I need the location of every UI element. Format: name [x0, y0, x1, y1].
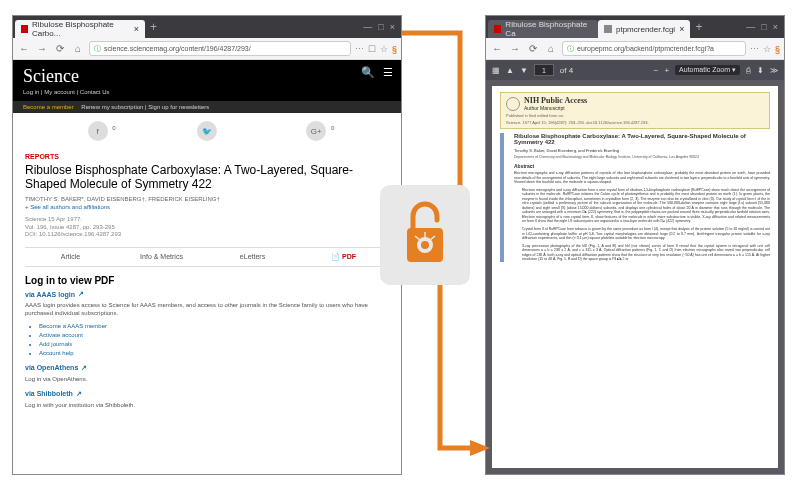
abstract-para-1: Electron micrographs and x-ray diffracti… [514, 171, 770, 185]
open-access-button-badge [380, 185, 470, 285]
close-window-icon[interactable]: × [390, 22, 395, 32]
search-icon[interactable]: 🔍 [361, 66, 375, 79]
bookmark-icon[interactable]: ☆ [763, 44, 771, 54]
close-icon[interactable]: × [134, 24, 139, 34]
link-add-journals[interactable]: Add journals [39, 340, 389, 349]
bookmark-icon[interactable]: ☆ [380, 44, 388, 54]
link-account-help[interactable]: Account help [39, 349, 389, 358]
url-text: europepmc.org/backend/ptpmcrender.fcgi?a [577, 45, 714, 52]
open-lock-icon [395, 198, 455, 273]
nih-meta2: Science. 1977 April 15; 196(4287): 293–2… [506, 120, 764, 125]
pdf-affiliation: Departments of Chemistry and Bacteriolog… [514, 155, 770, 159]
via-openathens-link[interactable]: via OpenAthens↗ [25, 364, 389, 372]
favicon-science [494, 25, 501, 33]
tab-info-metrics[interactable]: Info & Metrics [116, 248, 207, 266]
url-text: science.sciencemag.org/content/196/4287/… [104, 45, 251, 52]
link-activate-account[interactable]: Activate account [39, 331, 389, 340]
lock-icon: ⓘ [567, 44, 574, 54]
tab-science-right[interactable]: Ribulose Bisphosphate Ca [488, 20, 598, 38]
pdf-canvas-area[interactable]: NIH Public Access Author Manuscript Publ… [486, 80, 784, 474]
member-rest[interactable]: Renew my subscription | Sign up for news… [81, 104, 209, 110]
tab-title: ptpmcrender.fcgi [616, 25, 675, 34]
back-button[interactable]: ← [17, 43, 31, 54]
external-link-icon: ↗ [78, 290, 84, 298]
url-field[interactable]: ⓘ science.sciencemag.org/content/196/428… [89, 41, 351, 56]
reader-icon[interactable]: ☐ [368, 44, 376, 54]
share-twitter[interactable]: 🐦 [197, 121, 217, 141]
zoom-in-icon[interactable]: + [664, 66, 669, 75]
link-become-member[interactable]: Become a AAAS member [39, 322, 389, 331]
forward-button[interactable]: → [508, 43, 522, 54]
share-facebook[interactable]: f0 [88, 121, 108, 141]
page-content: Science Log in | My account | Contact Us… [13, 60, 401, 474]
external-link-icon: ↗ [81, 364, 87, 372]
see-all-authors-link[interactable]: + See all authors and affiliations [25, 204, 389, 210]
tab-pdf[interactable]: 📄 PDF [298, 248, 389, 266]
home-button[interactable]: ⌂ [71, 43, 85, 54]
share-row: f0 🐦 G+0 [13, 113, 401, 149]
nih-meta1: Published in final edited form as: [506, 113, 764, 118]
forward-button[interactable]: → [35, 43, 49, 54]
member-banner: Become a member Renew my subscription | … [13, 101, 401, 113]
page-up-icon[interactable]: ▲ [506, 66, 514, 75]
via-shibboleth-link[interactable]: via Shibboleth↗ [25, 390, 389, 398]
tab-article[interactable]: Article [25, 248, 116, 266]
menu-icon[interactable]: ☰ [383, 66, 393, 79]
maximize-icon[interactable]: □ [761, 22, 766, 32]
nih-banner: NIH Public Access Author Manuscript Publ… [500, 92, 770, 129]
favicon-pdf [604, 25, 612, 33]
external-link-icon: ↗ [76, 390, 82, 398]
window-controls: — □ × [746, 22, 782, 32]
browser-window-left: Ribulose Bisphosphate Carbo... × + — □ ×… [12, 15, 402, 475]
zoom-out-icon[interactable]: − [654, 66, 659, 75]
maximize-icon[interactable]: □ [378, 22, 383, 32]
science-login-line[interactable]: Log in | My account | Contact Us [23, 89, 391, 95]
tab-eletters[interactable]: eLetters [207, 248, 298, 266]
more-icon[interactable]: ⋯ [355, 44, 364, 54]
abstract-para-2: Electron micrographs and x-ray diffracti… [522, 188, 770, 224]
more-icon[interactable]: ⋯ [750, 44, 759, 54]
article-nav: Article Info & Metrics eLetters 📄 PDF [25, 247, 389, 267]
abstract-para-4: X-ray precession photographs of the h0l … [522, 244, 770, 262]
reload-button[interactable]: ⟳ [53, 43, 67, 54]
new-tab-button[interactable]: + [145, 20, 162, 34]
zoom-select[interactable]: Automatic Zoom ▾ [675, 65, 740, 75]
login-heading: Log in to view PDF [25, 275, 389, 286]
reload-button[interactable]: ⟳ [526, 43, 540, 54]
sidebar-toggle-icon[interactable]: ▦ [492, 66, 500, 75]
tools-icon[interactable]: ≫ [770, 66, 778, 75]
tab-science[interactable]: Ribulose Bisphosphate Carbo... × [15, 20, 145, 38]
tab-bar: Ribulose Bisphosphate Carbo... × + — □ × [13, 16, 401, 38]
openaccess-addon-icon[interactable]: § [775, 44, 780, 54]
minimize-icon[interactable]: — [746, 22, 755, 32]
home-button[interactable]: ⌂ [544, 43, 558, 54]
minimize-icon[interactable]: — [363, 22, 372, 32]
share-googleplus[interactable]: G+0 [306, 121, 326, 141]
tab-pdf-viewer[interactable]: ptpmcrender.fcgi × [598, 20, 690, 38]
back-button[interactable]: ← [490, 43, 504, 54]
close-icon[interactable]: × [679, 24, 684, 34]
tab-bar: Ribulose Bisphosphate Ca ptpmcrender.fcg… [486, 16, 784, 38]
page-of-label: of 4 [560, 66, 573, 75]
pdf-authors: Timothy S. Baker, David Eisenberg, and F… [514, 148, 770, 153]
article-title: Ribulose Bisphosphate Carboxylase: A Two… [25, 163, 389, 192]
page-number-input[interactable] [534, 64, 554, 76]
abstract-heading: Abstract [514, 163, 770, 169]
page-down-icon[interactable]: ▼ [520, 66, 528, 75]
hhs-seal-icon [506, 97, 520, 111]
close-window-icon[interactable]: × [773, 22, 778, 32]
lock-icon: ⓘ [94, 44, 101, 54]
via-aaas-link[interactable]: via AAAS login↗ [25, 290, 389, 298]
print-icon[interactable]: ⎙ [746, 66, 751, 75]
pdf-page: NIH Public Access Author Manuscript Publ… [492, 86, 778, 468]
new-tab-button[interactable]: + [690, 20, 707, 34]
aaas-login-text: AAAS login provides access to Science fo… [25, 302, 389, 318]
download-icon[interactable]: ⬇ [757, 66, 764, 75]
become-member-link[interactable]: Become a member [23, 104, 74, 110]
openaccess-addon-icon[interactable]: § [392, 44, 397, 54]
address-bar: ← → ⟳ ⌂ ⓘ europepmc.org/backend/ptpmcren… [486, 38, 784, 60]
pdf-viewer: ▦ ▲ ▼ of 4 − + Automatic Zoom ▾ ⎙ ⬇ ≫ NI… [486, 60, 784, 474]
favicon-science [21, 25, 28, 33]
url-field[interactable]: ⓘ europepmc.org/backend/ptpmcrender.fcgi… [562, 41, 746, 56]
science-header: Science Log in | My account | Contact Us… [13, 60, 401, 101]
